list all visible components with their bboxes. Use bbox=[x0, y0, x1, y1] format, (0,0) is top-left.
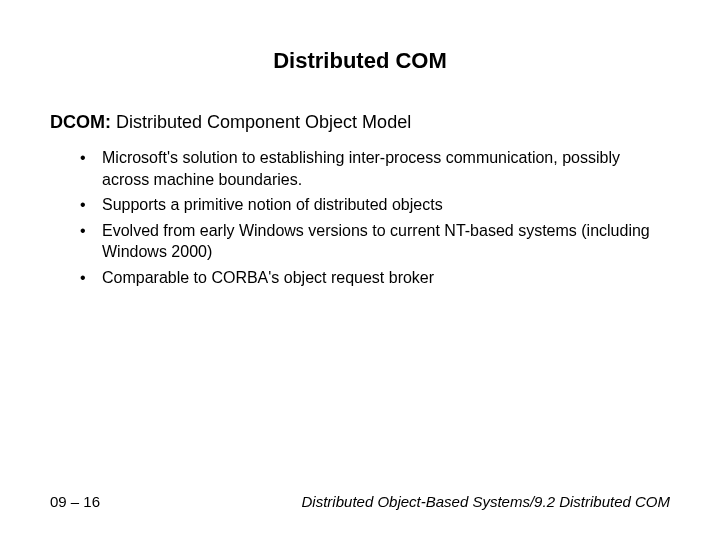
slide-footer: 09 – 16 Distributed Object-Based Systems… bbox=[50, 493, 670, 510]
bullet-list: Microsoft's solution to establishing int… bbox=[50, 147, 670, 289]
footer-chapter: Distributed Object-Based Systems/9.2 Dis… bbox=[302, 493, 670, 510]
slide-container: Distributed COM DCOM: Distributed Compon… bbox=[0, 0, 720, 540]
slide-subtitle: DCOM: Distributed Component Object Model bbox=[50, 112, 670, 133]
list-item: Microsoft's solution to establishing int… bbox=[80, 147, 670, 190]
list-item: Evolved from early Windows versions to c… bbox=[80, 220, 670, 263]
footer-page-number: 09 – 16 bbox=[50, 493, 100, 510]
list-item: Comparable to CORBA's object request bro… bbox=[80, 267, 670, 289]
slide-title: Distributed COM bbox=[50, 48, 670, 74]
subtitle-label: DCOM: bbox=[50, 112, 111, 132]
subtitle-expansion: Distributed Component Object Model bbox=[111, 112, 411, 132]
list-item: Supports a primitive notion of distribut… bbox=[80, 194, 670, 216]
